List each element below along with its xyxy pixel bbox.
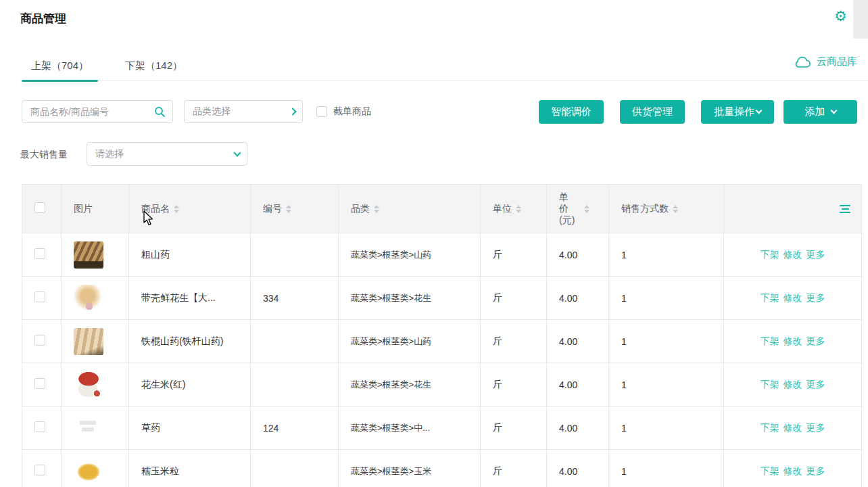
product-table: 图片 商品名 编号 品类 单位 单 价 (元) 销售方式数 <box>22 184 861 487</box>
add-label: 添加 <box>805 106 825 118</box>
tab-off-shelf[interactable]: 下架（142） <box>116 54 192 81</box>
cloud-icon <box>794 55 811 68</box>
product-code <box>251 363 339 407</box>
col-header-sale-modes[interactable]: 销售方式数 <box>609 185 724 233</box>
product-unit: 斤 <box>481 363 547 407</box>
sort-icon[interactable] <box>286 205 291 213</box>
product-price: 4.00 <box>547 320 609 363</box>
tab-on-shelf[interactable]: 上架（704） <box>22 54 98 81</box>
product-sale-modes: 1 <box>609 233 724 277</box>
product-category: 蔬菜类>根茎类>玉米 <box>339 450 481 487</box>
row-checkbox[interactable] <box>34 465 45 476</box>
product-price: 4.00 <box>547 277 609 320</box>
col-header-category[interactable]: 品类 <box>339 185 481 233</box>
column-filter-icon[interactable] <box>840 205 850 213</box>
smart-pricing-label: 智能调价 <box>551 106 592 118</box>
product-category: 蔬菜类>根茎类>山药 <box>339 320 481 363</box>
more-link[interactable]: 更多 <box>806 249 825 261</box>
product-price: 4.00 <box>547 233 609 277</box>
chevron-down-icon <box>830 108 837 114</box>
batch-operations-button[interactable]: 批量操作 <box>701 100 774 124</box>
off-shelf-link[interactable]: 下架 <box>761 249 779 261</box>
add-button[interactable]: 添加 <box>783 100 857 124</box>
edit-link[interactable]: 修改 <box>783 422 802 434</box>
cloud-library-link[interactable]: 云商品库 <box>794 55 857 68</box>
product-sale-modes: 1 <box>609 277 724 320</box>
table-row: 粗山药 蔬菜类>根茎类>山药 斤 4.00 1 下架 修改 更多 <box>22 233 862 277</box>
category-placeholder: 品类选择 <box>193 106 231 118</box>
sort-icon[interactable] <box>584 205 589 213</box>
search-icon[interactable] <box>154 106 166 118</box>
supply-management-button[interactable]: 供货管理 <box>620 100 685 124</box>
product-sale-modes: 1 <box>609 363 724 407</box>
product-name: 糯玉米粒 <box>129 450 251 487</box>
col-header-unit[interactable]: 单位 <box>481 185 547 233</box>
product-image <box>74 415 103 442</box>
col-header-code[interactable]: 编号 <box>251 185 339 233</box>
search-input[interactable] <box>30 106 145 117</box>
product-image <box>74 285 103 312</box>
row-checkbox[interactable] <box>34 378 45 389</box>
search-box <box>22 100 173 123</box>
smart-pricing-button[interactable]: 智能调价 <box>539 100 604 124</box>
product-category: 蔬菜类>根茎类>花生 <box>339 363 481 407</box>
supply-management-label: 供货管理 <box>632 106 673 118</box>
cutoff-checkbox[interactable] <box>316 106 327 117</box>
batch-operations-label: 批量操作 <box>714 106 754 118</box>
product-unit: 斤 <box>481 407 547 450</box>
max-sales-label: 最大销售量 <box>20 149 68 161</box>
more-link[interactable]: 更多 <box>806 335 825 348</box>
product-code: 124 <box>251 407 339 450</box>
product-code <box>251 320 339 363</box>
off-shelf-link[interactable]: 下架 <box>761 422 779 434</box>
chevron-down-icon <box>233 149 241 156</box>
row-checkbox[interactable] <box>34 335 45 346</box>
sort-icon[interactable] <box>174 205 179 213</box>
product-image <box>74 241 103 269</box>
product-unit: 斤 <box>481 450 547 487</box>
edit-link[interactable]: 修改 <box>783 465 802 478</box>
max-sales-select[interactable]: 请选择 <box>87 142 247 166</box>
product-code <box>251 450 339 487</box>
edit-link[interactable]: 修改 <box>783 292 802 304</box>
sort-icon[interactable] <box>374 205 379 213</box>
product-category: 蔬菜类>根茎类>花生 <box>339 277 481 320</box>
col-header-actions <box>724 185 862 233</box>
more-link[interactable]: 更多 <box>806 379 825 391</box>
table-row: 铁棍山药(铁杆山药) 蔬菜类>根茎类>山药 斤 4.00 1 下架 修改 更多 <box>22 320 862 363</box>
row-checkbox[interactable] <box>34 421 45 432</box>
off-shelf-link[interactable]: 下架 <box>761 292 779 304</box>
cutoff-label: 截单商品 <box>333 106 371 118</box>
off-shelf-link[interactable]: 下架 <box>761 465 779 478</box>
more-link[interactable]: 更多 <box>806 465 825 478</box>
edit-link[interactable]: 修改 <box>783 379 802 391</box>
sort-icon[interactable] <box>516 205 521 213</box>
off-shelf-link[interactable]: 下架 <box>761 379 779 391</box>
col-header-name[interactable]: 商品名 <box>129 185 251 233</box>
category-select[interactable]: 品类选择 <box>184 100 303 123</box>
edit-link[interactable]: 修改 <box>783 335 802 348</box>
tab-bar: 上架（704） 下架（142） <box>22 54 868 81</box>
product-unit: 斤 <box>481 320 547 363</box>
product-sale-modes: 1 <box>609 450 724 487</box>
product-category: 蔬菜类>根茎类>中... <box>339 407 481 450</box>
more-link[interactable]: 更多 <box>806 422 825 434</box>
edit-link[interactable]: 修改 <box>783 249 802 261</box>
cloud-library-label: 云商品库 <box>817 55 857 68</box>
row-checkbox[interactable] <box>34 292 45 302</box>
product-price: 4.00 <box>547 450 609 487</box>
product-price: 4.00 <box>547 363 609 407</box>
page-title: 商品管理 <box>20 11 66 26</box>
max-sales-placeholder: 请选择 <box>95 148 124 160</box>
more-link[interactable]: 更多 <box>806 292 825 304</box>
select-all-checkbox[interactable] <box>34 202 45 213</box>
product-image <box>74 328 103 355</box>
gear-icon[interactable]: ⚙ <box>834 9 847 23</box>
table-row: 糯玉米粒 蔬菜类>根茎类>玉米 斤 4.00 1 下架 修改 更多 <box>22 450 862 487</box>
product-code <box>251 233 339 277</box>
sort-icon[interactable] <box>673 205 678 213</box>
off-shelf-link[interactable]: 下架 <box>761 335 779 348</box>
row-checkbox[interactable] <box>34 248 45 259</box>
product-sale-modes: 1 <box>609 320 724 363</box>
col-header-price[interactable]: 单 价 (元) <box>547 185 609 233</box>
